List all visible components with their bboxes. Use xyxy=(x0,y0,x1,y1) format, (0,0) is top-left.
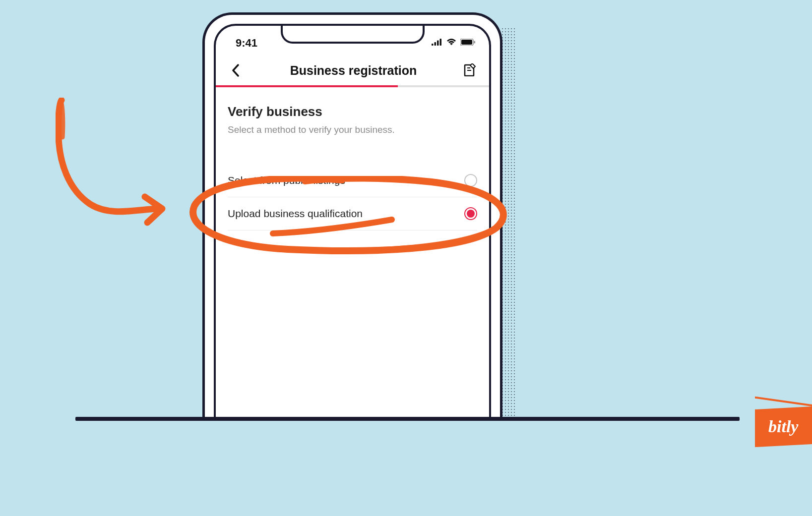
cellular-signal-icon xyxy=(432,39,442,48)
bitly-logo-text: bitly xyxy=(768,417,798,436)
progress-step-3 xyxy=(398,85,489,87)
radio-unselected-icon xyxy=(464,174,477,187)
progress-bar xyxy=(216,85,489,87)
svg-rect-3 xyxy=(440,39,442,46)
status-time: 9:41 xyxy=(236,37,257,50)
option-public-listings[interactable]: Select from public listings xyxy=(228,164,477,197)
option-upload-qualification[interactable]: Upload business qualification xyxy=(228,197,477,230)
ground-line xyxy=(75,417,740,421)
bitly-badge: bitly xyxy=(755,406,812,447)
bitly-badge-accent xyxy=(755,397,812,406)
svg-rect-1 xyxy=(435,42,437,46)
battery-icon xyxy=(460,39,475,48)
document-edit-icon xyxy=(463,63,476,76)
phone-notch xyxy=(281,24,425,44)
content-area: Verify business Select a method to verif… xyxy=(216,87,489,230)
phone-screen: 9:41 Business registration xyxy=(214,24,491,419)
svg-rect-6 xyxy=(474,41,476,44)
section-subheading: Select a method to verify your business. xyxy=(228,124,477,135)
back-button[interactable] xyxy=(228,62,244,78)
option-label: Select from public listings xyxy=(228,174,345,186)
svg-rect-5 xyxy=(461,40,472,45)
page-title: Business registration xyxy=(290,63,417,78)
section-heading: Verify business xyxy=(228,104,477,119)
nav-bar: Business registration xyxy=(216,52,489,85)
option-label: Upload business qualification xyxy=(228,208,363,220)
document-action-button[interactable] xyxy=(463,63,477,77)
phone-frame-outer: 9:41 Business registration xyxy=(202,12,502,419)
svg-rect-0 xyxy=(432,44,434,46)
progress-step-2 xyxy=(307,85,398,87)
wifi-icon xyxy=(446,39,456,48)
phone-shadow-texture xyxy=(501,27,515,419)
radio-selected-icon xyxy=(464,207,477,220)
arrow-annotation xyxy=(56,98,170,231)
progress-step-1 xyxy=(216,85,307,87)
svg-rect-2 xyxy=(437,41,439,46)
status-icons-group xyxy=(432,39,475,48)
chevron-left-icon xyxy=(232,64,240,77)
